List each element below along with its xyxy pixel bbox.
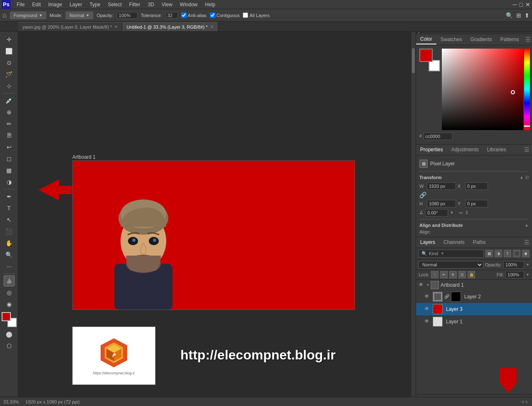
menu-3d[interactable]: 3D <box>144 1 157 8</box>
opacity-input[interactable] <box>117 12 138 19</box>
layer2-eye-icon[interactable]: 👁 <box>424 293 431 300</box>
menu-view[interactable]: View <box>158 1 176 8</box>
search-icon[interactable]: 🔍 <box>506 12 513 19</box>
arrange-icon[interactable]: ⊞ <box>516 12 521 19</box>
tab-untitled-close[interactable]: ✕ <box>210 25 214 29</box>
quick-mask-btn[interactable]: ⬤ <box>4 329 15 340</box>
filter-adjust-icon[interactable]: ◑ <box>495 250 502 257</box>
move-tool[interactable]: ✛ <box>4 34 15 45</box>
screen-mode-btn[interactable]: ⬡ <box>4 340 15 351</box>
tab-untitled[interactable]: Untitled-1 @ 33.3% (Layer 3, RGB/8#) * ✕ <box>122 22 218 31</box>
shape-tool[interactable]: ⬛ <box>4 226 15 237</box>
properties-panel-menu[interactable]: ☰ <box>522 146 532 153</box>
filter-pixel-icon[interactable]: ▦ <box>485 250 493 257</box>
mode-dropdown[interactable]: Normal ▼ <box>66 12 93 19</box>
artboard-expand-icon[interactable]: ▾ <box>427 283 429 287</box>
menu-image[interactable]: Image <box>45 1 65 8</box>
menu-help[interactable]: Help <box>202 1 219 8</box>
vertical-scrollbar[interactable] <box>411 32 416 398</box>
clone-tool[interactable]: 🖹 <box>4 130 15 141</box>
fill-value-input[interactable] <box>505 271 524 278</box>
lock-all-btn[interactable]: 🔒 <box>468 271 475 278</box>
dodge-tool[interactable]: ◑ <box>4 177 15 187</box>
artboard-group-row[interactable]: 👁 ▾ Artboard 1 <box>416 280 532 290</box>
layers-panel-menu[interactable]: ☰ <box>522 239 532 246</box>
x-input[interactable] <box>465 182 488 190</box>
antialias-checkbox[interactable]: Anti-alias <box>181 12 207 18</box>
menu-edit[interactable]: Edit <box>29 1 44 8</box>
tab-libraries[interactable]: Libraries <box>483 145 510 154</box>
hex-color-input[interactable] <box>424 133 453 140</box>
canvas-scroll[interactable]: Artboard 1 <box>18 32 416 406</box>
heal-tool[interactable]: ⊕ <box>4 107 15 118</box>
minimize-icon[interactable]: ─ <box>513 1 517 8</box>
layer-row-2[interactable]: 👁 🔗 Layer 2 <box>416 290 532 303</box>
tab-channels[interactable]: Channels <box>439 238 469 247</box>
opacity-chevron[interactable]: ▼ <box>526 263 530 267</box>
blend-mode-select[interactable]: Normal <box>419 261 483 268</box>
tolerance-input[interactable] <box>165 12 178 19</box>
note-tool[interactable]: ··· <box>4 261 15 272</box>
angle-chevron[interactable]: ▼ <box>450 210 454 215</box>
pen-tool[interactable]: ✒ <box>4 191 15 202</box>
save-icon[interactable]: ⬆ <box>525 12 530 19</box>
flip-v-icon[interactable]: ⇕ <box>465 210 469 216</box>
menu-file[interactable]: File <box>13 1 28 8</box>
scroll-thumb-v[interactable] <box>412 48 415 73</box>
paint-bucket-tool[interactable] <box>4 276 15 286</box>
layer1-eye-icon[interactable]: 👁 <box>424 318 431 325</box>
foreground-color-swatch[interactable] <box>2 312 11 321</box>
lock-transparent-btn[interactable]: ⋮ <box>431 271 438 278</box>
zoom-tool[interactable]: 🔍 <box>4 249 15 260</box>
align-collapse-icon[interactable]: ▲ <box>525 223 529 227</box>
eyedropper-tool[interactable]: 💉 <box>4 95 15 106</box>
filter-shape-icon[interactable]: ⬛ <box>513 250 520 257</box>
maximize-icon[interactable]: □ <box>520 1 523 8</box>
type-tool[interactable]: T <box>4 203 15 214</box>
blur-tool[interactable]: ◎ <box>4 287 15 298</box>
menu-type[interactable]: Type <box>86 1 103 8</box>
tab-gradients[interactable]: Gradients <box>466 35 496 44</box>
canvas-area[interactable]: Artboard 1 <box>18 32 416 406</box>
height-input[interactable] <box>427 200 456 207</box>
path-select-tool[interactable]: ↖ <box>4 214 15 225</box>
angle-input[interactable] <box>425 209 448 217</box>
collapse-icon[interactable]: ▲ <box>520 175 524 180</box>
select-rect-tool[interactable]: ⬜ <box>4 46 15 57</box>
color-panel-menu[interactable]: ☰ <box>523 36 532 43</box>
foreground-button[interactable]: Foreground ▼ <box>10 12 47 19</box>
y-input[interactable] <box>465 200 488 207</box>
lock-position-btn[interactable]: ✛ <box>449 271 457 278</box>
tab-swatches[interactable]: Swatches <box>436 35 466 44</box>
lock-artboard-btn[interactable]: ⊡ <box>458 271 466 278</box>
menu-filter[interactable]: Filter <box>126 1 144 8</box>
gradient-tool[interactable]: ▦ <box>4 165 15 176</box>
foreground-color-box[interactable] <box>419 49 433 62</box>
transform-expand-icon[interactable]: ⊟ <box>525 175 529 180</box>
menu-window[interactable]: Window <box>177 1 201 8</box>
sponge-tool[interactable]: ◉ <box>4 299 15 310</box>
brush-tool[interactable]: ✏ <box>4 118 15 129</box>
opacity-value-input[interactable] <box>503 261 524 268</box>
home-tool-btn[interactable]: ⌂ <box>2 12 7 19</box>
all-layers-checkbox[interactable]: All Layers <box>243 12 269 18</box>
flip-h-icon[interactable]: ⇔ <box>459 210 463 216</box>
crop-tool[interactable]: ⊹ <box>4 81 15 91</box>
contiguous-checkbox[interactable]: Contiguous <box>210 12 240 18</box>
tab-yasin[interactable]: yasin.jpg @ 200% (Layer 0, Layer Mask/8)… <box>18 22 122 31</box>
filter-smart-icon[interactable]: ◉ <box>522 250 530 257</box>
tab-color[interactable]: Color <box>416 34 436 44</box>
hand-tool[interactable]: ✋ <box>4 238 15 249</box>
link-proportions-icon[interactable]: 🔗 <box>419 192 426 198</box>
menu-layer[interactable]: Layer <box>66 1 85 8</box>
fill-chevron[interactable]: ▼ <box>526 273 530 277</box>
hue-slider[interactable] <box>524 49 530 130</box>
color-gradient-field[interactable] <box>442 49 523 130</box>
layer3-eye-icon[interactable]: 👁 <box>424 306 431 312</box>
filter-type-icon[interactable]: T <box>504 250 511 257</box>
history-brush-tool[interactable]: ↩ <box>4 142 15 153</box>
lock-image-btn[interactable]: ✏ <box>440 271 448 278</box>
layer-row-1[interactable]: 👁 Layer 1 <box>416 315 532 328</box>
width-input[interactable] <box>427 182 456 190</box>
layer-search[interactable]: 🔍 Kind ▼ <box>419 250 484 258</box>
